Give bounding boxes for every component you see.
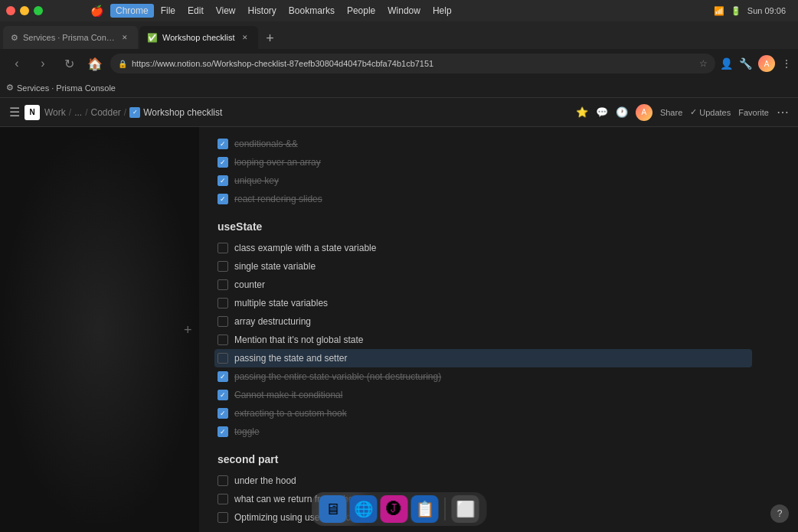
checkbox-multiple[interactable]: [217, 298, 228, 308]
sidebar-toggle[interactable]: ☰: [9, 105, 20, 119]
menu-chrome[interactable]: Chrome: [110, 4, 154, 18]
page-content: conditionals && looping over an array un…: [0, 127, 798, 532]
dock-app5[interactable]: ⬜: [452, 495, 479, 523]
checkbox-counter[interactable]: [217, 279, 228, 290]
list-item[interactable]: react rendering slides: [214, 190, 752, 208]
item-text-custom-hook: extracting to a custom hook: [234, 407, 347, 420]
bookmark-services[interactable]: ⚙ Services · Prisma Console: [6, 83, 116, 93]
extension-icon-2[interactable]: 🔧: [739, 57, 752, 70]
item-text-class-ex: class example with a state variable: [234, 242, 376, 255]
menu-file[interactable]: File: [155, 4, 181, 18]
share-label: Share: [660, 108, 682, 117]
list-item[interactable]: single state variable: [214, 257, 752, 276]
list-item[interactable]: multiple state variables: [214, 294, 752, 312]
favorite-label: Favorite: [738, 108, 769, 117]
back-button[interactable]: ‹: [6, 53, 28, 74]
page-icon: ✓: [129, 107, 140, 118]
checkbox-single[interactable]: [217, 261, 228, 272]
profile-avatar[interactable]: A: [758, 55, 775, 72]
item-text-under-hood: under the hood: [234, 475, 296, 488]
checkbox-unique[interactable]: [217, 175, 228, 186]
share-button[interactable]: Share: [660, 108, 682, 117]
item-text-destructuring: array destructuring: [234, 315, 311, 328]
apple-menu-icon[interactable]: 🍎: [85, 3, 109, 18]
checkbox-passing-state[interactable]: [217, 353, 228, 364]
list-item[interactable]: toggle: [214, 423, 752, 441]
extension-icon-1[interactable]: 👤: [720, 57, 733, 70]
menu-history[interactable]: History: [243, 4, 282, 18]
menu-people[interactable]: People: [342, 4, 381, 18]
checkbox-destructuring[interactable]: [217, 316, 228, 327]
checkbox-toggle[interactable]: [217, 426, 228, 437]
breadcrumb-work[interactable]: Work: [44, 107, 66, 118]
list-item[interactable]: passing the entire state variable (not d…: [214, 367, 752, 386]
list-item[interactable]: counter: [214, 276, 752, 294]
tab-workshop-close[interactable]: ✕: [240, 32, 250, 43]
checkbox-class-ex[interactable]: [217, 243, 228, 253]
checkbox-entire-var[interactable]: [217, 371, 228, 382]
list-item[interactable]: extracting to a custom hook: [214, 404, 752, 423]
list-item[interactable]: looping over an array: [214, 153, 752, 171]
updates-button[interactable]: ✓ Updates: [690, 107, 731, 117]
address-bar[interactable]: 🔒 https://www.notion.so/Workshop-checkli…: [110, 54, 715, 73]
dock-chrome[interactable]: 🌐: [350, 495, 378, 523]
forward-button[interactable]: ›: [32, 53, 54, 74]
menu-edit[interactable]: Edit: [182, 4, 209, 18]
item-text-passing-state: passing the state and setter: [234, 352, 347, 365]
checkbox-custom-hook[interactable]: [217, 408, 228, 419]
breadcrumb-sep-2: /: [85, 107, 87, 118]
item-text-conditional: Cannot make it conditional: [234, 389, 342, 402]
minimize-button[interactable]: [20, 6, 29, 15]
tab-services-close[interactable]: ✕: [119, 32, 130, 43]
breadcrumb-ellipsis[interactable]: ...: [74, 107, 82, 118]
list-item[interactable]: Cannot make it conditional: [214, 386, 752, 404]
menu-help[interactable]: Help: [427, 4, 457, 18]
list-item[interactable]: conditionals &&: [214, 135, 752, 153]
checkbox-loop[interactable]: [217, 157, 228, 168]
maximize-button[interactable]: [34, 6, 43, 15]
checkbox-conditional[interactable]: [217, 390, 228, 400]
more-options-icon[interactable]: ⋯: [777, 105, 789, 119]
item-text-entire-var: passing the entire state variable (not d…: [234, 370, 441, 383]
dock-app3[interactable]: 🅙: [381, 495, 408, 523]
tab-services-label: Services · Prisma Console: [23, 33, 115, 42]
favorite-button[interactable]: Favorite: [738, 108, 769, 117]
list-item[interactable]: Mention that it's not global state: [214, 331, 752, 349]
tab-workshop[interactable]: ✅ Workshop checklist ✕: [139, 26, 258, 49]
breadcrumb-codder[interactable]: Codder: [90, 107, 120, 118]
item-text-single: single state variable: [234, 260, 316, 273]
dock-finder[interactable]: 🖥: [319, 495, 347, 523]
home-button[interactable]: 🏠: [84, 53, 106, 74]
notion-toolbar-right: ⭐ 💬 🕐 A Share ✓ Updates Favorite ⋯: [576, 104, 789, 121]
add-block-button[interactable]: +: [184, 321, 192, 338]
second-part-section-title: second part: [214, 453, 752, 465]
breadcrumb-page[interactable]: Workshop checklist: [143, 107, 222, 118]
tab-services[interactable]: ⚙ Services · Prisma Console ✕: [3, 26, 138, 49]
notion-logo-icon: N: [25, 105, 40, 120]
bookmark-star-icon[interactable]: ☆: [699, 58, 708, 69]
reload-button[interactable]: ↻: [58, 53, 80, 74]
dock-divider: [445, 498, 446, 521]
checkbox-return-hook[interactable]: [217, 494, 228, 504]
notion-toolbar: ☰ N Work / ... / Codder / ✓ Workshop che…: [0, 98, 798, 127]
list-item[interactable]: under the hood: [214, 472, 752, 490]
menu-bookmarks[interactable]: Bookmarks: [283, 4, 340, 18]
dock-app4[interactable]: 📋: [411, 495, 439, 523]
close-button[interactable]: [6, 6, 15, 15]
list-item[interactable]: array destructuring: [214, 312, 752, 331]
checkbox-react-slides[interactable]: [217, 194, 228, 204]
url-text: https://www.notion.so/Workshop-checklist…: [132, 59, 695, 68]
list-item[interactable]: unique key: [214, 171, 752, 190]
menu-window[interactable]: Window: [382, 4, 426, 18]
checkbox-usecallback[interactable]: [217, 512, 228, 523]
checkbox-under-hood[interactable]: [217, 475, 228, 486]
list-item[interactable]: class example with a state variable: [214, 239, 752, 257]
breadcrumb: Work / ... / Codder / ✓ Workshop checkli…: [44, 107, 222, 118]
help-button[interactable]: ?: [770, 504, 789, 523]
checkbox-cond[interactable]: [217, 139, 228, 149]
chrome-menu-icon[interactable]: ⋮: [781, 57, 792, 70]
new-tab-button[interactable]: +: [260, 28, 281, 49]
list-item[interactable]: passing the state and setter: [214, 349, 752, 367]
checkbox-not-global[interactable]: [217, 335, 228, 345]
menu-view[interactable]: View: [211, 4, 241, 18]
